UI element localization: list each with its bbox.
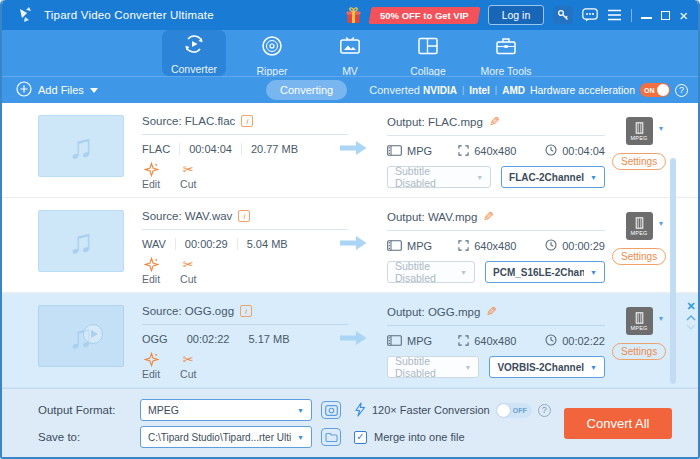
convert-all-button[interactable]: Convert All [564, 408, 672, 439]
file-row[interactable]: ♫ Source: FLAC.flac i FLAC 00:04:04 20.7… [2, 103, 698, 198]
info-icon[interactable]: i [240, 305, 252, 317]
file-list: ♫ Source: FLAC.flac i FLAC 00:04:04 20.7… [2, 103, 698, 388]
output-resolution: 640x480 [474, 335, 516, 347]
cut-button[interactable]: ✂ Cut [180, 352, 196, 380]
preview-window-icon[interactable] [321, 401, 341, 419]
tab-label: More Tools [480, 65, 531, 77]
file-row[interactable]: ♫ Source: WAV.wav i WAV 00:00:29 5.04 MB… [2, 198, 698, 293]
tab-mv[interactable]: MV [318, 34, 382, 76]
rename-pencil-icon[interactable]: ✎ [489, 115, 500, 128]
source-duration: 00:02:22 [177, 333, 239, 345]
audio-track-dropdown[interactable]: FLAC-2Channel▼ [501, 166, 605, 188]
move-up-icon[interactable] [686, 315, 696, 321]
output-filename: Output: WAV.mpg [387, 211, 477, 223]
login-button[interactable]: Log in [488, 5, 545, 25]
clock-icon [545, 239, 557, 253]
help-icon[interactable]: ? [675, 84, 688, 97]
audio-thumbnail[interactable]: ♫ [38, 305, 124, 367]
close-icon[interactable]: × [679, 8, 688, 23]
audio-thumbnail[interactable]: ♫ [38, 210, 124, 272]
faster-conversion-toggle[interactable]: OFF [496, 403, 532, 418]
magic-wand-icon [144, 257, 159, 272]
tab-more-tools[interactable]: More Tools [474, 34, 538, 76]
save-to-label: Save to: [38, 431, 140, 443]
file-row[interactable]: ♫ Source: OGG.ogg i OGG 00:02:22 5.17 MB… [2, 293, 698, 388]
chevron-down-icon [90, 88, 98, 93]
profile-chevron-icon[interactable]: ▼ [658, 315, 665, 322]
promo-badge[interactable]: 50% OFF to Get VIP [368, 7, 480, 24]
settings-button[interactable]: Settings [612, 248, 666, 265]
resolution-icon [458, 335, 469, 348]
output-format-dropdown[interactable]: MPEG▼ [140, 399, 312, 421]
cut-button[interactable]: ✂ Cut [180, 257, 196, 285]
profile-badge-label: MPEG [631, 325, 648, 331]
info-icon[interactable]: i [241, 115, 253, 127]
output-profile-button[interactable]: MPEG [626, 117, 653, 145]
settings-button[interactable]: Settings [612, 153, 666, 170]
hw-accel-toggle[interactable]: ON [640, 83, 670, 97]
profile-badge-label: MPEG [631, 135, 648, 141]
tab-ripper[interactable]: Ripper [240, 34, 304, 76]
open-folder-icon[interactable] [321, 428, 341, 446]
scrollbar-thumb[interactable] [670, 158, 676, 384]
edit-button[interactable]: Edit [142, 162, 160, 190]
minimize-icon[interactable] [641, 11, 652, 19]
amd-label: AMD [502, 85, 525, 96]
tab-label: Collage [410, 65, 446, 77]
video-format-icon [387, 145, 402, 158]
cut-button[interactable]: ✂ Cut [180, 162, 196, 190]
settings-button[interactable]: Settings [612, 343, 666, 360]
subtitle-dropdown[interactable]: Subtitle Disabled▼ [387, 356, 479, 378]
intel-label: Intel [469, 85, 490, 96]
profile-chevron-icon[interactable]: ▼ [658, 125, 665, 132]
source-duration: 00:00:29 [175, 238, 237, 250]
output-format: MPG [407, 240, 432, 252]
merge-into-one-file-checkbox[interactable]: ✓ Merge into one file [354, 431, 465, 444]
source-size: 20.77 MB [241, 143, 307, 155]
audio-track-dropdown[interactable]: PCM_S16LE-2Channel▼ [485, 261, 605, 283]
hw-accel-label: Hardware acceleration [530, 84, 635, 96]
audio-track-dropdown[interactable]: VORBIS-2Channel▼ [489, 356, 605, 378]
tab-converter[interactable]: Converter [162, 30, 226, 76]
convert-arrow-icon [338, 234, 368, 256]
save-to-dropdown[interactable]: C:\Tipard Studio\Tipard...rter Ultimate\… [140, 426, 312, 448]
add-files-button[interactable]: Add Files [16, 81, 98, 99]
output-profile-button[interactable]: MPEG [626, 212, 653, 240]
footer-panel: Output Format: MPEG▼ 120× Faster Convers… [2, 388, 698, 457]
output-resolution: 640x480 [474, 145, 516, 157]
tab-converted[interactable]: Converted [355, 80, 434, 100]
output-format-label: Output Format: [38, 404, 140, 416]
magic-wand-icon [144, 162, 159, 177]
profile-chevron-icon[interactable]: ▼ [658, 220, 665, 227]
feedback-icon[interactable] [582, 8, 598, 22]
help-icon[interactable]: ? [538, 404, 551, 417]
menu-icon[interactable] [607, 9, 622, 21]
subtitle-dropdown[interactable]: Subtitle Disabled▼ [387, 166, 491, 188]
tab-converting[interactable]: Converting [266, 80, 347, 100]
move-down-icon[interactable] [686, 324, 696, 330]
app-title: Tipard Video Converter Ultimate [44, 9, 214, 21]
output-profile-button[interactable]: MPEG [626, 307, 653, 335]
tab-label: Converter [171, 63, 217, 75]
audio-thumbnail[interactable]: ♫ [38, 115, 124, 177]
rename-pencil-icon[interactable]: ✎ [486, 305, 497, 318]
remove-file-icon[interactable]: ✕ [686, 301, 695, 312]
source-duration: 00:04:04 [179, 143, 241, 155]
output-filename: Output: OGG.mpg [387, 306, 480, 318]
maximize-icon[interactable] [661, 11, 670, 20]
register-key-icon[interactable] [553, 6, 573, 24]
rename-pencil-icon[interactable]: ✎ [483, 210, 494, 223]
titlebar-divider [631, 9, 632, 22]
edit-button[interactable]: Edit [142, 352, 160, 380]
source-filename: Source: OGG.ogg [142, 305, 234, 317]
gift-icon[interactable] [346, 7, 361, 24]
edit-button[interactable]: Edit [142, 257, 160, 285]
music-note-icon: ♫ [68, 224, 94, 258]
subtitle-dropdown[interactable]: Subtitle Disabled▼ [387, 261, 475, 283]
info-icon[interactable]: i [238, 210, 250, 222]
source-size: 5.17 MB [239, 333, 299, 345]
clock-icon [545, 144, 557, 158]
resolution-icon [458, 145, 469, 158]
tab-collage[interactable]: Collage [396, 34, 460, 76]
source-size: 5.04 MB [237, 238, 297, 250]
